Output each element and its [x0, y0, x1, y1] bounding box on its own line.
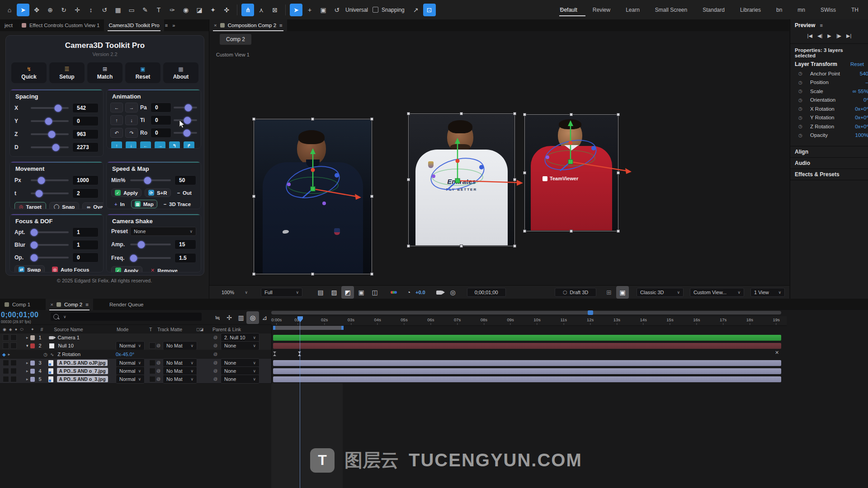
mode-dropdown[interactable]: Normal∨ [116, 358, 145, 367]
panel-audio[interactable]: Audio [790, 157, 868, 169]
panel-menu-icon[interactable]: ≡ [279, 23, 283, 28]
keyframe-nav-diamond-icon[interactable]: ◆ [2, 352, 6, 357]
stopwatch-icon[interactable]: ◷ [798, 115, 810, 120]
overlap-button[interactable]: ∞Overlap [82, 202, 104, 210]
draft-3d-toggle[interactable]: ⬡Draft 3D [555, 288, 596, 297]
parent-dropdown[interactable]: None∨ [221, 358, 259, 367]
property-row-z-rotation[interactable]: ◆ ▸ ◷ ∿ Z Rotation 0x-45.0° @ [0, 350, 271, 359]
audio-toggle[interactable] [10, 334, 17, 341]
workspace-tab[interactable]: Default [560, 7, 577, 13]
target-button[interactable]: ◎Target [14, 202, 46, 209]
stopwatch-icon[interactable]: ◷ [798, 71, 810, 76]
property-name[interactable]: Z Rotation [57, 352, 80, 357]
channels-icon[interactable] [391, 291, 397, 294]
axis-tool-button[interactable]: ⋔ [241, 4, 254, 16]
tool-button[interactable]: ✑ [166, 4, 179, 16]
keyframe-marker[interactable] [273, 352, 276, 356]
quick-move-button[interactable]: ← [140, 141, 151, 149]
roll-value[interactable]: 0 [151, 128, 171, 138]
gizmo-player-2[interactable] [415, 122, 528, 212]
trace-button[interactable]: −3D Trace [160, 201, 194, 208]
frame-blend-icon[interactable]: ▥ [235, 311, 247, 324]
workspace-menu-icon[interactable]: ≡ [560, 6, 562, 11]
comp-timecode[interactable]: 0;00;01;00 [467, 288, 506, 297]
safe-zones-icon[interactable]: ▤ [314, 286, 327, 299]
layer-bar-null10[interactable] [273, 343, 781, 349]
stopwatch-icon[interactable]: ◷ [798, 98, 810, 103]
freq-slider[interactable] [130, 257, 171, 259]
tilt-down-button[interactable]: ↓ [125, 115, 138, 125]
layer-name[interactable]: A PO..S AND o_3.jpg [57, 376, 108, 382]
region-of-interest-icon[interactable]: ▣ [355, 286, 368, 299]
workspace-tab[interactable]: Review [593, 7, 610, 13]
tool-button[interactable]: ✥ [30, 4, 43, 16]
label-swatch[interactable] [30, 369, 35, 374]
tab-project-partial[interactable]: ject [0, 19, 17, 31]
snap-extra-button[interactable]: ⊡ [423, 4, 436, 16]
snapping-checkbox[interactable] [373, 7, 378, 13]
stopwatch-icon[interactable]: ◷ [43, 352, 47, 357]
quick-move-button[interactable]: ↱ [184, 141, 194, 149]
layer-name[interactable]: A PO..S AND oJP.jpg [57, 360, 108, 366]
show-snapshot-icon[interactable]: ◎ [447, 286, 459, 299]
spacing-d-value[interactable]: 2273 [72, 142, 99, 152]
parent-pickwhip-icon[interactable]: @ [213, 335, 217, 340]
spacing-d-slider[interactable] [31, 146, 69, 148]
tab-render-queue[interactable]: Render Queue [105, 299, 148, 310]
t-column[interactable]: T [149, 327, 152, 332]
out-button[interactable]: −Out [174, 189, 195, 197]
px-value[interactable]: 1000 [72, 175, 99, 185]
amp-slider[interactable] [130, 244, 171, 245]
tilt-value[interactable]: 0 [151, 115, 171, 125]
next-frame-button[interactable]: |▶ [836, 33, 841, 39]
expression-pickwhip-icon[interactable]: @ [213, 352, 217, 357]
exposure-value[interactable]: +0.0 [415, 290, 425, 295]
panel-align[interactable]: Align [790, 146, 868, 157]
tool-button[interactable]: T [152, 4, 165, 16]
timeline-navigator-bar[interactable] [271, 311, 781, 314]
workspace-tab[interactable]: Small Screen [655, 7, 687, 13]
last-frame-button[interactable]: ▶| [846, 33, 851, 39]
reset-transform-link[interactable]: Reset [850, 61, 864, 67]
spacing-z-slider[interactable] [31, 133, 69, 135]
parent-dropdown[interactable]: None∨ [221, 366, 259, 375]
spacing-y-slider[interactable] [31, 120, 69, 122]
gizmo-player-3[interactable] [528, 103, 641, 193]
workspace-tab[interactable]: Standard [703, 7, 725, 13]
track-matte-column[interactable]: Track Matte [157, 327, 182, 332]
quick-button[interactable]: ↯ Quick [11, 62, 47, 83]
blur-value[interactable]: 1 [72, 240, 99, 250]
close-icon[interactable]: × [214, 23, 217, 28]
keyframe-nav-next-icon[interactable]: ▸ [8, 352, 10, 357]
label-swatch[interactable] [30, 335, 35, 340]
parent-pickwhip-icon[interactable]: @ [213, 343, 217, 348]
matte-dropdown[interactable]: No Mat∨ [163, 358, 197, 367]
view-layout-dropdown[interactable]: 1 View∨ [750, 288, 785, 297]
panel-menu-icon[interactable]: ≡ [165, 23, 168, 28]
renderer-dropdown[interactable]: Classic 3D∨ [637, 288, 684, 297]
label-swatch[interactable] [30, 343, 35, 348]
tab-comp1[interactable]: Comp 1 [0, 299, 35, 310]
quick-move-button[interactable]: ↑ [111, 141, 122, 149]
panel-overflow-icon[interactable]: » [172, 23, 175, 28]
tab-comp2[interactable]: × Comp 2 ≡ [46, 299, 93, 310]
panel-menu-icon[interactable]: ≡ [85, 302, 89, 307]
quick-move-button[interactable]: ↓ [126, 141, 137, 149]
mode-dropdown[interactable]: Normal∨ [116, 341, 145, 350]
twirl-icon[interactable]: ▾ [26, 343, 28, 348]
tab-effect-controls[interactable]: Effect Controls Custom View 1 [17, 19, 104, 31]
t-value[interactable]: 2 [72, 188, 99, 198]
prev-frame-button[interactable]: ◀| [817, 33, 822, 39]
auto-focus-button[interactable]: ◎Auto Focus [48, 266, 93, 272]
layer-name[interactable]: Null 10 [58, 343, 74, 348]
graph-editor-icon[interactable]: ⊿ [258, 311, 271, 324]
timeline-search-input[interactable]: ∨ [51, 313, 202, 321]
prop-value[interactable]: – [866, 80, 868, 85]
pan-left-button[interactable]: ← [110, 103, 123, 113]
draft-quality-icon[interactable]: ◎ [246, 311, 259, 324]
stopwatch-icon[interactable]: ◷ [798, 89, 810, 94]
aperture-value[interactable]: 1 [72, 227, 99, 237]
snap-extra-button[interactable]: ↗ [410, 4, 422, 16]
min-percent-value[interactable]: 50 [175, 175, 196, 185]
spacing-x-value[interactable]: 542 [72, 103, 99, 113]
